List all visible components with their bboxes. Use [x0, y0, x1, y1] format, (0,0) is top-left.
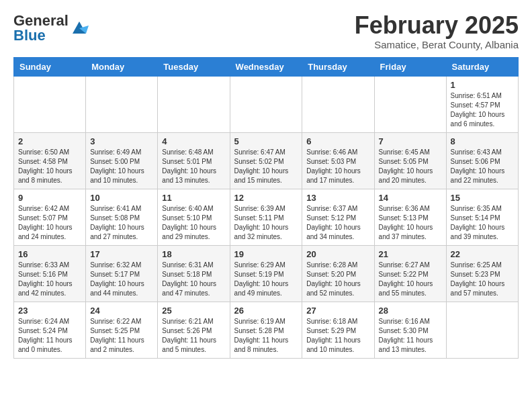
day-header-monday: Monday [86, 58, 158, 77]
calendar-cell: 16Sunrise: 6:33 AM Sunset: 5:16 PM Dayli… [14, 246, 86, 302]
calendar-cell [86, 77, 158, 133]
day-number: 23 [18, 306, 81, 316]
day-header-sunday: Sunday [14, 58, 86, 77]
day-number: 28 [379, 306, 442, 316]
day-info: Sunrise: 6:28 AM Sunset: 5:20 PM Dayligh… [306, 261, 369, 298]
day-number: 22 [451, 249, 514, 259]
day-header-tuesday: Tuesday [158, 58, 230, 77]
day-number: 27 [306, 306, 369, 316]
day-info: Sunrise: 6:42 AM Sunset: 5:07 PM Dayligh… [18, 204, 81, 242]
calendar-cell: 11Sunrise: 6:40 AM Sunset: 5:10 PM Dayli… [158, 189, 230, 246]
logo-icon [70, 19, 89, 38]
day-number: 17 [90, 249, 153, 259]
calendar-cell: 6Sunrise: 6:46 AM Sunset: 5:03 PM Daylig… [302, 133, 374, 189]
calendar-cell: 21Sunrise: 6:27 AM Sunset: 5:22 PM Dayli… [374, 246, 446, 302]
day-header-friday: Friday [374, 58, 446, 77]
calendar-cell [374, 77, 446, 133]
day-number: 2 [18, 136, 81, 146]
calendar-cell: 12Sunrise: 6:39 AM Sunset: 5:11 PM Dayli… [230, 189, 302, 246]
calendar-cell [302, 77, 374, 133]
day-info: Sunrise: 6:40 AM Sunset: 5:10 PM Dayligh… [162, 204, 225, 242]
day-number: 26 [234, 306, 298, 316]
day-info: Sunrise: 6:47 AM Sunset: 5:02 PM Dayligh… [234, 148, 298, 185]
calendar-cell [14, 77, 86, 133]
calendar-week-5: 23Sunrise: 6:24 AM Sunset: 5:24 PM Dayli… [14, 302, 519, 359]
day-info: Sunrise: 6:32 AM Sunset: 5:17 PM Dayligh… [90, 261, 153, 298]
calendar-cell: 24Sunrise: 6:22 AM Sunset: 5:25 PM Dayli… [86, 302, 158, 359]
day-number: 20 [306, 249, 369, 259]
calendar-cell: 13Sunrise: 6:37 AM Sunset: 5:12 PM Dayli… [302, 189, 374, 246]
day-number: 1 [451, 80, 514, 90]
calendar-header-row: SundayMondayTuesdayWednesdayThursdayFrid… [14, 58, 519, 77]
day-number: 10 [90, 193, 153, 203]
day-number: 3 [90, 136, 153, 146]
day-number: 9 [18, 193, 81, 203]
day-info: Sunrise: 6:19 AM Sunset: 5:28 PM Dayligh… [234, 317, 298, 355]
day-info: Sunrise: 6:43 AM Sunset: 5:06 PM Dayligh… [451, 148, 514, 185]
calendar-cell: 26Sunrise: 6:19 AM Sunset: 5:28 PM Dayli… [230, 302, 302, 359]
day-number: 4 [162, 136, 225, 146]
title-section: February 2025 Samatice, Berat County, Al… [355, 13, 519, 50]
day-info: Sunrise: 6:22 AM Sunset: 5:25 PM Dayligh… [90, 317, 153, 355]
day-info: Sunrise: 6:33 AM Sunset: 5:16 PM Dayligh… [18, 261, 81, 298]
day-info: Sunrise: 6:24 AM Sunset: 5:24 PM Dayligh… [18, 317, 81, 355]
month-title: February 2025 [355, 13, 519, 38]
day-info: Sunrise: 6:50 AM Sunset: 4:58 PM Dayligh… [18, 148, 81, 185]
day-info: Sunrise: 6:21 AM Sunset: 5:26 PM Dayligh… [162, 317, 225, 355]
calendar-cell: 20Sunrise: 6:28 AM Sunset: 5:20 PM Dayli… [302, 246, 374, 302]
day-info: Sunrise: 6:25 AM Sunset: 5:23 PM Dayligh… [451, 261, 514, 298]
logo: General Blue [13, 13, 89, 43]
calendar-cell: 19Sunrise: 6:29 AM Sunset: 5:19 PM Dayli… [230, 246, 302, 302]
day-number: 25 [162, 306, 225, 316]
logo-general: General [13, 13, 69, 28]
day-number: 13 [306, 193, 369, 203]
calendar-cell: 1Sunrise: 6:51 AM Sunset: 4:57 PM Daylig… [446, 77, 518, 133]
calendar-cell [230, 77, 302, 133]
calendar-cell: 8Sunrise: 6:43 AM Sunset: 5:06 PM Daylig… [446, 133, 518, 189]
day-number: 12 [234, 193, 298, 203]
calendar-cell: 3Sunrise: 6:49 AM Sunset: 5:00 PM Daylig… [86, 133, 158, 189]
day-number: 16 [18, 249, 81, 259]
calendar-cell: 18Sunrise: 6:31 AM Sunset: 5:18 PM Dayli… [158, 246, 230, 302]
day-info: Sunrise: 6:27 AM Sunset: 5:22 PM Dayligh… [379, 261, 442, 298]
day-info: Sunrise: 6:31 AM Sunset: 5:18 PM Dayligh… [162, 261, 225, 298]
day-number: 15 [451, 193, 514, 203]
day-info: Sunrise: 6:37 AM Sunset: 5:12 PM Dayligh… [306, 204, 369, 242]
calendar-cell: 27Sunrise: 6:18 AM Sunset: 5:29 PM Dayli… [302, 302, 374, 359]
day-number: 14 [379, 193, 442, 203]
day-number: 11 [162, 193, 225, 203]
calendar-cell: 17Sunrise: 6:32 AM Sunset: 5:17 PM Dayli… [86, 246, 158, 302]
day-info: Sunrise: 6:45 AM Sunset: 5:05 PM Dayligh… [379, 148, 442, 185]
day-number: 7 [379, 136, 442, 146]
day-number: 24 [90, 306, 153, 316]
day-info: Sunrise: 6:46 AM Sunset: 5:03 PM Dayligh… [306, 148, 369, 185]
calendar-cell: 10Sunrise: 6:41 AM Sunset: 5:08 PM Dayli… [86, 189, 158, 246]
day-info: Sunrise: 6:41 AM Sunset: 5:08 PM Dayligh… [90, 204, 153, 242]
calendar-table: SundayMondayTuesdayWednesdayThursdayFrid… [13, 57, 519, 359]
day-info: Sunrise: 6:29 AM Sunset: 5:19 PM Dayligh… [234, 261, 298, 298]
day-number: 18 [162, 249, 225, 259]
calendar-cell: 15Sunrise: 6:35 AM Sunset: 5:14 PM Dayli… [446, 189, 518, 246]
day-number: 19 [234, 249, 298, 259]
calendar-week-2: 2Sunrise: 6:50 AM Sunset: 4:58 PM Daylig… [14, 133, 519, 189]
calendar-week-3: 9Sunrise: 6:42 AM Sunset: 5:07 PM Daylig… [14, 189, 519, 246]
calendar-cell: 5Sunrise: 6:47 AM Sunset: 5:02 PM Daylig… [230, 133, 302, 189]
day-info: Sunrise: 6:39 AM Sunset: 5:11 PM Dayligh… [234, 204, 298, 242]
day-header-saturday: Saturday [446, 58, 518, 77]
day-info: Sunrise: 6:16 AM Sunset: 5:30 PM Dayligh… [379, 317, 442, 355]
calendar-cell [446, 302, 518, 359]
calendar-cell: 2Sunrise: 6:50 AM Sunset: 4:58 PM Daylig… [14, 133, 86, 189]
calendar-week-1: 1Sunrise: 6:51 AM Sunset: 4:57 PM Daylig… [14, 77, 519, 133]
day-number: 21 [379, 249, 442, 259]
day-info: Sunrise: 6:49 AM Sunset: 5:00 PM Dayligh… [90, 148, 153, 185]
day-header-thursday: Thursday [302, 58, 374, 77]
day-number: 5 [234, 136, 298, 146]
location: Samatice, Berat County, Albania [355, 39, 519, 50]
calendar-cell: 14Sunrise: 6:36 AM Sunset: 5:13 PM Dayli… [374, 189, 446, 246]
day-info: Sunrise: 6:35 AM Sunset: 5:14 PM Dayligh… [451, 204, 514, 242]
calendar-cell: 9Sunrise: 6:42 AM Sunset: 5:07 PM Daylig… [14, 189, 86, 246]
day-info: Sunrise: 6:48 AM Sunset: 5:01 PM Dayligh… [162, 148, 225, 185]
calendar-cell [158, 77, 230, 133]
calendar-cell: 22Sunrise: 6:25 AM Sunset: 5:23 PM Dayli… [446, 246, 518, 302]
calendar-cell: 4Sunrise: 6:48 AM Sunset: 5:01 PM Daylig… [158, 133, 230, 189]
